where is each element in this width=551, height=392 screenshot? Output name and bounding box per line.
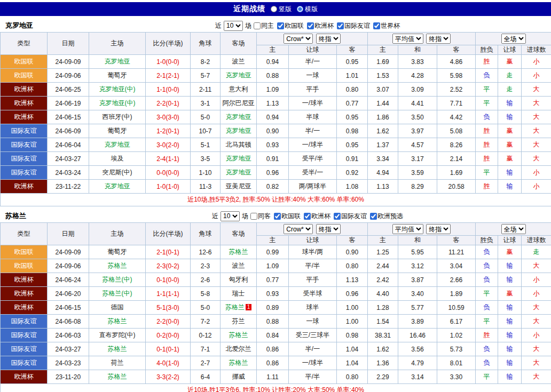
away-team[interactable]: 苏格兰1 [221,301,257,315]
home-team[interactable]: 克罗地亚(中) [89,83,146,97]
corner-score: 5-0 [191,110,221,124]
filter-option[interactable]: 同主 [254,21,274,30]
away-team[interactable]: 苏格兰 [221,245,257,259]
recent-count-select[interactable]: 10 [221,211,240,221]
away-team[interactable]: 克罗地亚 [221,69,257,83]
home-team[interactable]: 荷兰 [89,356,146,370]
filter-option[interactable]: 欧洲杯 [304,212,330,221]
score[interactable]: 3-0(2-0) [146,138,191,152]
score[interactable]: 2-2(0-1) [146,97,191,110]
filter-option[interactable]: 欧国联 [274,212,301,221]
home-team[interactable]: 苏格兰 [89,342,146,356]
filter-option[interactable]: 世界杯 [373,21,400,30]
score[interactable]: 0-2(0-0) [146,329,191,342]
away-team[interactable]: 北马其顿 [221,138,257,152]
away-team[interactable]: 苏格兰 [221,356,257,370]
away-team[interactable]: 波兰 [221,55,257,69]
away-team[interactable]: 克罗地亚 [221,110,257,124]
away-team[interactable]: 阿尔巴尼亚 [221,97,257,110]
filter-option[interactable]: 欧国联 [277,21,304,30]
filter-checkbox[interactable] [370,213,377,220]
average-select[interactable]: 平均值 [392,34,423,44]
score[interactable]: 2-1(0-1) [146,245,191,259]
away-team[interactable]: 瑞士 [221,287,257,301]
filter-checkbox[interactable] [254,22,261,29]
filter-checkbox[interactable] [307,22,314,29]
recent-count-select[interactable]: 10 [224,21,243,31]
score[interactable]: 4-0(1-0) [146,356,191,370]
home-team[interactable]: 苏格兰 [89,259,146,273]
away-team[interactable]: 苏格兰 [221,329,257,342]
score[interactable]: 1-0(0-0) [146,55,191,69]
score[interactable]: 3-3(2-2) [146,370,191,384]
layout-radio[interactable] [297,6,303,12]
filter-option[interactable]: 国际友谊 [334,212,367,221]
scope-select[interactable]: 全场 [501,224,526,234]
away-team[interactable]: 芬兰 [221,315,257,329]
home-team[interactable]: 埃及 [89,152,146,166]
score[interactable]: 1-0(1-0) [146,180,191,194]
home-team[interactable]: 苏格兰(中) [89,273,146,287]
filter-option[interactable]: 同客 [250,212,271,221]
bookmaker-select[interactable]: Crow* [284,224,313,234]
layout-option[interactable]: 竖版 [271,5,292,14]
home-team[interactable]: 葡萄牙 [89,124,146,138]
score[interactable]: 3-0(3-0) [146,110,191,124]
away-team[interactable]: 克罗地亚 [221,166,257,180]
odds-away: 0.91 [337,152,368,166]
home-team[interactable]: 克罗地亚(中) [89,97,146,110]
home-team[interactable]: 突尼斯(中) [89,166,146,180]
filter-checkbox[interactable] [274,213,281,220]
home-team[interactable]: 苏格兰(中) [89,287,146,301]
away-team[interactable]: 克罗地亚 [221,152,257,166]
home-team[interactable]: 克罗地亚 [89,180,146,194]
score[interactable]: 2-2(0-0) [146,315,191,329]
layout-radio[interactable] [271,6,277,12]
avg-mode-select[interactable]: 终指 [426,224,451,234]
score[interactable]: 1-2(0-1) [146,124,191,138]
col-odds-handicap: 让球 [289,45,337,55]
away-team[interactable]: 亚美尼亚 [221,180,257,194]
bookmaker-select[interactable]: Crow* [284,34,313,44]
result-outcome: 平 [476,166,498,180]
home-team[interactable]: 克罗地亚 [89,55,146,69]
away-team[interactable]: 克罗地亚 [221,124,257,138]
score[interactable]: 0-1(0-0) [146,273,191,287]
away-team[interactable]: 匈牙利 [221,273,257,287]
filter-checkbox[interactable] [337,22,344,29]
away-team[interactable]: 意大利 [221,83,257,97]
home-team[interactable]: 德国 [89,301,146,315]
filter-checkbox[interactable] [334,213,341,220]
score[interactable]: 0-0(0-0) [146,166,191,180]
filter-option[interactable]: 欧洲杯 [307,21,334,30]
home-team[interactable]: 直布罗陀(中) [89,329,146,342]
average-select[interactable]: 平均值 [392,224,423,234]
home-team[interactable]: 克罗地亚 [89,138,146,152]
score[interactable]: 1-1(1-1) [146,287,191,301]
away-team[interactable]: 北爱尔兰 [221,342,257,356]
home-team[interactable]: 葡萄牙 [89,245,146,259]
away-team[interactable]: 挪威 [221,370,257,384]
away-team[interactable]: 波兰 [221,259,257,273]
filter-checkbox[interactable] [373,22,380,29]
home-team[interactable]: 苏格兰 [89,370,146,384]
score[interactable]: 1-1(0-0) [146,83,191,97]
layout-option[interactable]: 横版 [297,5,318,14]
home-team[interactable]: 西班牙(中) [89,110,146,124]
score[interactable]: 2-1(2-1) [146,69,191,83]
filter-option[interactable]: 欧洲预选 [370,212,403,221]
score[interactable]: 5-1(3-0) [146,301,191,315]
score[interactable]: 2-3(0-2) [146,259,191,273]
filter-checkbox[interactable] [250,213,257,220]
odds-mode-select[interactable]: 终指 [316,34,341,44]
avg-mode-select[interactable]: 终指 [426,34,451,44]
odds-mode-select[interactable]: 终指 [316,224,341,234]
home-team[interactable]: 苏格兰 [89,315,146,329]
score[interactable]: 0-1(0-1) [146,342,191,356]
filter-checkbox[interactable] [277,22,284,29]
home-team[interactable]: 葡萄牙 [89,69,146,83]
filter-option[interactable]: 国际友谊 [337,21,370,30]
score[interactable]: 2-4(1-1) [146,152,191,166]
scope-select[interactable]: 全场 [501,34,526,44]
filter-checkbox[interactable] [304,213,311,220]
